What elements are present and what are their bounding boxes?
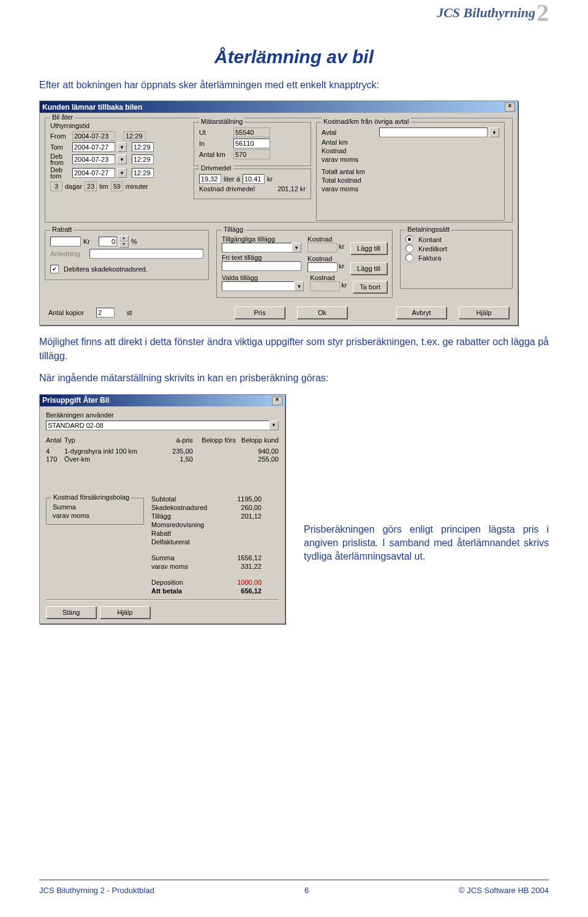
dialog2-titlebar: Prisuppgift Åter Bil ×	[40, 395, 285, 406]
valda-label: Valda tillägg	[222, 274, 304, 281]
debtom-label: Debtom	[50, 167, 70, 179]
hjalp2-button[interactable]: Hjälp	[100, 606, 150, 618]
rabatt-pct-input[interactable]: 0	[99, 237, 117, 246]
delf-label: Delfakturerat	[151, 538, 219, 546]
avbryt-button[interactable]: Avbryt	[396, 306, 447, 319]
betal-legend: Betalningssätt	[405, 226, 451, 233]
hjalp-button[interactable]: Hjälp	[459, 306, 509, 319]
til-value: 201,12	[219, 512, 262, 520]
tom-time-input[interactable]: 12:29	[132, 142, 154, 152]
kostdriv-value: 201,12 kr	[277, 185, 306, 192]
debfrom-time-input[interactable]: 12:29	[132, 154, 154, 164]
avtal-select[interactable]	[379, 127, 488, 137]
totkost-label: Total kostnad	[322, 177, 377, 184]
stang-button[interactable]: Stäng	[46, 606, 96, 618]
dur-days: 3	[50, 181, 62, 191]
close-icon[interactable]: ×	[505, 102, 515, 112]
summa2-label: Summa	[151, 554, 219, 561]
kontant-label: Kontant	[418, 236, 442, 243]
liter-input[interactable]: 19,32	[199, 174, 221, 184]
para2: Möjlighet finns att direkt i detta fönst…	[39, 335, 549, 363]
from-label: From	[50, 132, 70, 140]
radio-kreditkort[interactable]	[405, 245, 413, 253]
valda-select[interactable]	[222, 281, 295, 291]
close-icon[interactable]: ×	[272, 396, 282, 405]
chevron-down-icon[interactable]: ▼	[489, 127, 499, 137]
sub-label: Subtotal	[151, 495, 219, 503]
tim-label: tim	[99, 183, 108, 190]
att-label: Att betala	[151, 587, 219, 595]
dialog-title: Kunden lämnar tillbaka bilen	[42, 103, 142, 112]
ok-button[interactable]: Ok	[297, 306, 347, 319]
table-row: 170 Över-km 1,50 255,00	[46, 455, 279, 463]
avtal-label: Avtal	[322, 129, 377, 136]
dagar-label: dagar	[65, 183, 82, 190]
chevron-down-icon[interactable]: ▼	[117, 154, 127, 164]
ber-label: Beräkningen använder	[46, 411, 279, 419]
pct-label: %	[131, 238, 137, 245]
chevron-down-icon[interactable]: ▼	[269, 420, 279, 430]
laggtill-button-1[interactable]: Lägg till	[350, 242, 387, 254]
kostnad-label: Kostnad	[322, 147, 377, 154]
radio-faktura[interactable]	[405, 254, 413, 262]
from-date: 2004-07-23	[72, 131, 115, 141]
laggtill-button-2[interactable]: Lägg till	[350, 262, 387, 275]
kr-label: kr	[267, 175, 273, 183]
tom-date-input[interactable]: 2004-07-27	[72, 142, 115, 152]
radio-kontant[interactable]	[405, 235, 413, 243]
page-footer: JCS Biluthyrning 2 - Produktblad 6 © JCS…	[39, 886, 549, 895]
antal-kopior-input[interactable]: 2	[96, 308, 115, 318]
kostnad3-label: Kostnad	[307, 255, 344, 262]
dialog-titlebar: Kunden lämnar tillbaka bilen ×	[40, 101, 518, 113]
fritxt-input[interactable]	[222, 261, 301, 271]
ins-legend: Kostnad försäkringsbolag	[51, 493, 131, 501]
sk-value: 260,00	[219, 504, 262, 511]
summa2-value: 1656,12	[219, 554, 262, 561]
kr2-label: Kr	[83, 238, 90, 245]
anledning-input[interactable]	[89, 249, 203, 259]
h-apris: á-pris	[156, 436, 193, 444]
price-dialog: Prisuppgift Åter Bil × Beräkningen använ…	[39, 394, 285, 624]
kredit-label: Kreditkort	[418, 245, 447, 253]
debfrom-date-input[interactable]: 2004-07-23	[72, 154, 115, 164]
checkbox-icon[interactable]: ✔	[50, 265, 59, 273]
ut-value: 55540	[233, 127, 270, 137]
varav-label: varav moms	[322, 156, 377, 163]
tom-label: Tom	[50, 143, 70, 151]
ins-summa-label: Summa	[53, 503, 76, 511]
in-input[interactable]: 56110	[233, 139, 270, 148]
litera-label: liter á	[224, 175, 240, 183]
tabort-button[interactable]: Ta bort	[353, 281, 387, 293]
literpris-input[interactable]: 10,41	[243, 174, 265, 184]
pris-button[interactable]: Pris	[235, 306, 285, 319]
chevron-down-icon[interactable]: ▼	[292, 243, 301, 253]
dur-hours: 23	[85, 181, 97, 191]
st-label: st	[127, 309, 132, 316]
chevron-down-icon[interactable]: ▼	[117, 142, 127, 152]
tillg-select[interactable]	[222, 243, 292, 253]
kmavtal-legend: Kostnad/km från övriga avtal	[322, 118, 410, 125]
faktura-label: Faktura	[418, 254, 441, 262]
return-dialog: Kunden lämnar tillbaka bilen × Bil åter …	[39, 101, 518, 325]
minuter-label: minuter	[126, 183, 148, 190]
matar-legend: Mätarställning	[199, 118, 244, 125]
from-time: 12:29	[124, 131, 146, 141]
varav2-label: varav moms	[151, 563, 219, 570]
debtom-date-input[interactable]: 2004-07-27	[72, 168, 115, 178]
fritxt-kostnad-input[interactable]	[307, 262, 337, 272]
ins-varav-label: varav moms	[53, 512, 89, 519]
fritxt-label: Fri text tillägg	[222, 254, 301, 261]
spinner-icon[interactable]: ▲▼	[119, 235, 129, 248]
varav2-label: varav moms	[322, 185, 377, 192]
sub-value: 1195,00	[219, 495, 262, 503]
debtom-time-input[interactable]: 12:29	[132, 168, 154, 178]
chevron-down-icon[interactable]: ▼	[294, 281, 304, 291]
rabatt-kr-input[interactable]	[50, 237, 81, 246]
chevron-down-icon[interactable]: ▼	[117, 168, 127, 178]
tillagg-legend: Tillägg	[222, 226, 245, 233]
anledning-label: Anledning	[50, 250, 87, 257]
debfrom-label: Debfrom	[50, 153, 70, 166]
ber-select[interactable]: STANDARD 02-08	[46, 420, 270, 430]
dep-value: 1000,00	[219, 579, 262, 586]
totkm-label: Totalt antal km	[322, 168, 377, 175]
